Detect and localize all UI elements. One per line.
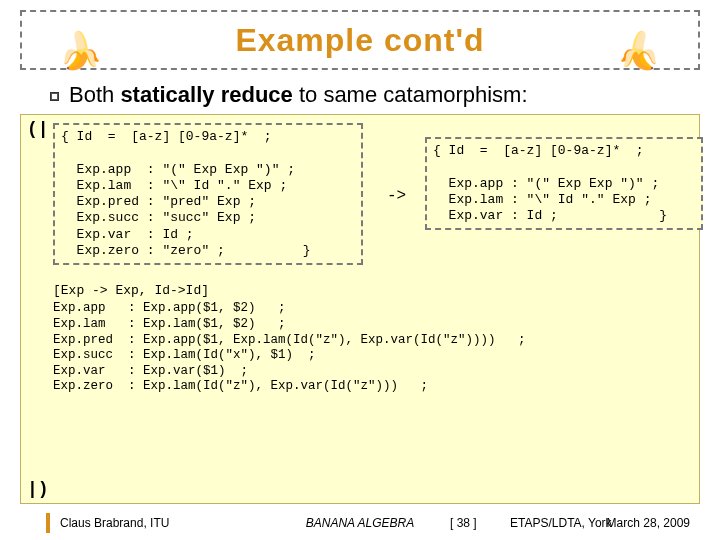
arrow-symbol: -> <box>387 187 406 205</box>
content-area: Both statically reduce to same catamorph… <box>20 82 700 504</box>
grammar-row: { Id = [a-z] [0-9a-z]* ; Exp.app : "(" E… <box>29 121 691 281</box>
bullet-strong: statically reduce <box>120 82 292 107</box>
bullet-icon <box>50 92 59 101</box>
close-banana-bracket: |) <box>27 479 49 499</box>
footer-date: March 28, 2009 <box>607 516 690 530</box>
title-frame: 🍌 Example cont'd 🍌 <box>20 10 700 70</box>
slide: 🍌 Example cont'd 🍌 Both statically reduc… <box>0 0 720 540</box>
footer-venue: ETAPS/LDTA, York <box>510 516 612 530</box>
source-grammar-panel: { Id = [a-z] [0-9a-z]* ; Exp.app : "(" E… <box>53 123 363 265</box>
target-grammar-panel: { Id = [a-z] [0-9a-z]* ; Exp.app : "(" E… <box>425 137 703 230</box>
bullet-suffix: to same catamorphism: <box>293 82 528 107</box>
footer-page: [ 38 ] <box>450 516 477 530</box>
banana-icon-right: 🍌 <box>617 30 662 72</box>
type-signature: [Exp -> Exp, Id->Id] <box>53 283 691 299</box>
target-grammar: { Id = [a-z] [0-9a-z]* ; Exp.app : "(" E… <box>433 143 695 224</box>
bullet-line: Both statically reduce to same catamorph… <box>50 82 700 108</box>
banana-icon-left: 🍌 <box>58 30 103 72</box>
bullet-prefix: Both <box>69 82 120 107</box>
footer: Claus Brabrand, ITU BANANA ALGEBRA [ 38 … <box>20 512 700 534</box>
catamorphism-rules: Exp.app : Exp.app($1, $2) ; Exp.lam : Ex… <box>53 301 691 395</box>
code-block: (| { Id = [a-z] [0-9a-z]* ; Exp.app : "(… <box>20 114 700 504</box>
slide-title: Example cont'd <box>235 22 484 59</box>
source-grammar: { Id = [a-z] [0-9a-z]* ; Exp.app : "(" E… <box>61 129 355 259</box>
